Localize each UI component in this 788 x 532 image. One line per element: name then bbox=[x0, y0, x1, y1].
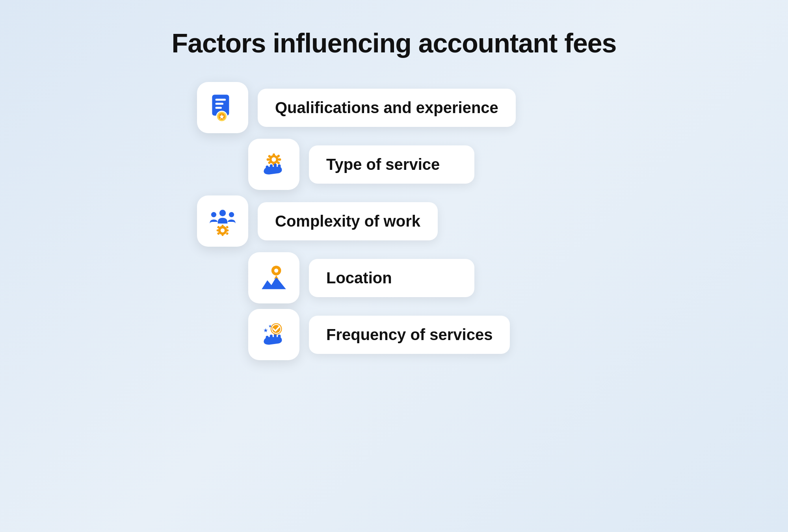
complexity-icon bbox=[206, 205, 239, 237]
svg-rect-19 bbox=[278, 164, 281, 168]
svg-rect-26 bbox=[221, 225, 223, 227]
factor-row-type-of-service: Type of service bbox=[197, 139, 591, 190]
svg-rect-20 bbox=[266, 166, 269, 169]
type-of-service-label-box: Type of service bbox=[309, 145, 474, 184]
svg-rect-29 bbox=[226, 229, 229, 231]
complexity-label-box: Complexity of work bbox=[258, 202, 438, 240]
svg-rect-3 bbox=[216, 107, 222, 109]
qualifications-icon-box bbox=[197, 82, 248, 133]
location-icon-box bbox=[248, 252, 299, 303]
location-icon bbox=[258, 262, 290, 294]
svg-rect-17 bbox=[270, 164, 273, 168]
svg-rect-9 bbox=[273, 153, 275, 156]
svg-rect-36 bbox=[270, 335, 273, 339]
svg-point-25 bbox=[221, 228, 225, 232]
factor-row-qualifications: Qualifications and experience bbox=[197, 82, 591, 133]
svg-point-21 bbox=[219, 210, 226, 216]
svg-rect-1 bbox=[216, 99, 226, 100]
complexity-icon-box bbox=[197, 195, 248, 247]
type-of-service-label: Type of service bbox=[326, 156, 440, 173]
location-label: Location bbox=[326, 269, 392, 286]
svg-rect-2 bbox=[216, 103, 224, 105]
complexity-label: Complexity of work bbox=[275, 212, 420, 230]
svg-rect-12 bbox=[278, 158, 281, 161]
page-title: Factors influencing accountant fees bbox=[172, 28, 617, 58]
type-of-service-icon bbox=[258, 148, 290, 180]
svg-rect-18 bbox=[274, 164, 277, 167]
type-of-service-icon-box bbox=[248, 139, 299, 190]
frequency-label-box: Frequency of services bbox=[309, 316, 510, 354]
qualifications-label: Qualifications and experience bbox=[275, 99, 498, 116]
qualifications-icon bbox=[206, 91, 239, 124]
frequency-icon: ★ ★ bbox=[258, 318, 290, 351]
svg-rect-11 bbox=[267, 158, 270, 161]
qualifications-label-box: Qualifications and experience bbox=[258, 89, 516, 127]
frequency-label: Frequency of services bbox=[326, 326, 492, 343]
svg-rect-38 bbox=[278, 335, 281, 339]
svg-text:★: ★ bbox=[263, 327, 268, 333]
factor-row-complexity: Complexity of work bbox=[197, 195, 591, 247]
frequency-icon-box: ★ ★ bbox=[248, 309, 299, 360]
svg-text:★: ★ bbox=[268, 324, 272, 328]
svg-point-35 bbox=[274, 268, 278, 272]
factors-list: Qualifications and experience bbox=[197, 82, 591, 366]
svg-point-22 bbox=[211, 212, 216, 217]
svg-point-8 bbox=[271, 157, 276, 162]
factor-row-frequency: ★ ★ Frequency of services bbox=[197, 309, 591, 360]
svg-rect-27 bbox=[221, 234, 223, 236]
svg-point-23 bbox=[229, 212, 234, 217]
location-label-box: Location bbox=[309, 259, 474, 297]
svg-rect-39 bbox=[266, 336, 269, 339]
factor-row-location: Location bbox=[197, 252, 591, 303]
svg-rect-28 bbox=[217, 229, 219, 231]
